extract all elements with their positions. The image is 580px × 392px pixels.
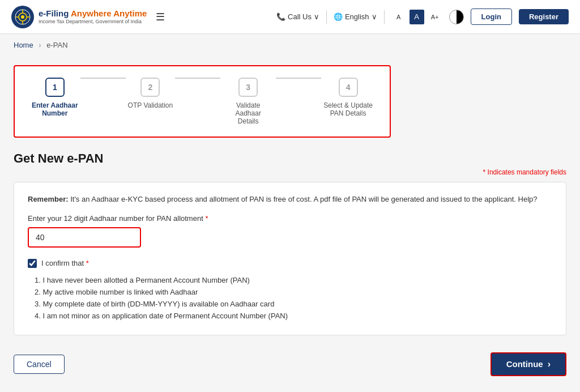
step-3: 3 Validate AadhaarDetails	[223, 78, 274, 125]
continue-button[interactable]: Continue ›	[491, 352, 566, 376]
breadcrumb-home[interactable]: Home	[14, 41, 33, 49]
step-2: 2 OTP Validation	[128, 78, 173, 109]
breadcrumb-sep: ›	[39, 41, 41, 49]
continue-label: Continue	[506, 359, 543, 369]
condition-3: 3. My complete date of birth (DD-MM-YYYY…	[32, 300, 552, 308]
aadhaar-required-marker: *	[205, 214, 208, 223]
remember-text: Remember: It's an Aadhaar e-KYC based pr…	[28, 194, 552, 205]
breadcrumb-current: e-PAN	[46, 41, 67, 49]
language-selector[interactable]: 🌐 English ∨	[334, 12, 377, 21]
header-divider-2	[384, 10, 385, 24]
step-4-circle: 4	[339, 78, 358, 97]
cancel-button[interactable]: Cancel	[14, 355, 65, 374]
main-content: 1 Enter AadhaarNumber 2 OTP Validation 3…	[0, 56, 580, 392]
header-right: 📞 Call Us ∨ 🌐 English ∨ A A A+ Login Reg…	[276, 8, 569, 25]
svg-point-2	[21, 15, 24, 19]
call-us-button[interactable]: 📞 Call Us ∨	[276, 12, 319, 21]
aadhaar-field-label: Enter your 12 digit Aadhaar number for P…	[28, 214, 552, 223]
step-4-label: Select & UpdatePAN Details	[323, 101, 373, 117]
stepper-wrapper: 1 Enter AadhaarNumber 2 OTP Validation 3…	[32, 78, 373, 125]
language-chevron: ∨	[372, 12, 377, 21]
font-small-button[interactable]: A	[391, 10, 406, 24]
stepper: 1 Enter AadhaarNumber 2 OTP Validation 3…	[14, 65, 391, 138]
language-label: English	[345, 12, 369, 21]
confirm-label-text: I confirm that	[41, 259, 84, 267]
logo-emblem	[11, 6, 34, 28]
confirm-required-marker: *	[86, 259, 89, 267]
logo-subtitle: Income Tax Department, Government of Ind…	[39, 19, 147, 25]
step-3-circle: 3	[238, 78, 258, 97]
step-2-label: OTP Validation	[128, 101, 173, 109]
step-4: 4 Select & UpdatePAN Details	[323, 78, 373, 117]
step-1-label: Enter AadhaarNumber	[32, 101, 78, 117]
menu-icon[interactable]: ☰	[156, 11, 165, 23]
contrast-button[interactable]	[449, 10, 464, 24]
confirm-row: I confirm that *	[28, 259, 552, 268]
logo-area: e-Filing Anywhere Anytime Income Tax Dep…	[11, 6, 147, 28]
aadhaar-input[interactable]	[28, 227, 141, 248]
logo-efiling: e-Filing Anywhere Anytime	[39, 8, 147, 19]
call-us-chevron: ∨	[314, 12, 319, 21]
logo-tagline: Anywhere Anytime	[71, 8, 147, 18]
footer-actions: Cancel Continue ›	[14, 347, 566, 376]
step-connector-3	[276, 78, 321, 79]
step-3-label: Validate AadhaarDetails	[223, 101, 274, 125]
mandatory-note: * Indicates mandatory fields	[14, 168, 566, 176]
font-controls: A A A+	[391, 10, 442, 24]
globe-icon: 🌐	[334, 12, 343, 21]
header: e-Filing Anywhere Anytime Income Tax Dep…	[0, 0, 580, 34]
register-button[interactable]: Register	[519, 9, 569, 24]
confirm-label: I confirm that *	[41, 259, 89, 267]
font-medium-button[interactable]: A	[410, 10, 424, 24]
aadhaar-label-text: Enter your 12 digit Aadhaar number for P…	[28, 214, 203, 223]
breadcrumb: Home › e-PAN	[0, 34, 580, 56]
phone-icon: 📞	[276, 12, 285, 21]
header-divider-1	[326, 10, 327, 24]
step-2-circle: 2	[140, 78, 160, 97]
font-large-button[interactable]: A+	[428, 10, 442, 24]
conditions-list: 1. I have never been allotted a Permanen…	[28, 276, 552, 320]
step-connector-2	[175, 78, 220, 79]
form-card: Remember: It's an Aadhaar e-KYC based pr…	[14, 182, 566, 335]
page-title: Get New e-PAN	[14, 151, 566, 166]
login-button[interactable]: Login	[471, 8, 512, 25]
step-connector-1	[80, 78, 126, 79]
call-us-label: Call Us	[288, 12, 312, 21]
confirm-checkbox[interactable]	[28, 259, 37, 268]
logo-text: e-Filing Anywhere Anytime Income Tax Dep…	[39, 8, 147, 25]
condition-1: 1. I have never been allotted a Permanen…	[32, 276, 552, 284]
header-left: e-Filing Anywhere Anytime Income Tax Dep…	[11, 6, 165, 28]
step-1: 1 Enter AadhaarNumber	[32, 78, 78, 117]
remember-bold: Remember:	[28, 195, 69, 203]
condition-2: 2. My active mobile number is linked wit…	[32, 288, 552, 296]
remember-body: It's an Aadhaar e-KYC based process and …	[70, 195, 537, 203]
continue-arrow: ›	[548, 359, 551, 369]
condition-4: 4. I am not minor as on application date…	[32, 312, 552, 320]
step-1-circle: 1	[45, 78, 65, 97]
